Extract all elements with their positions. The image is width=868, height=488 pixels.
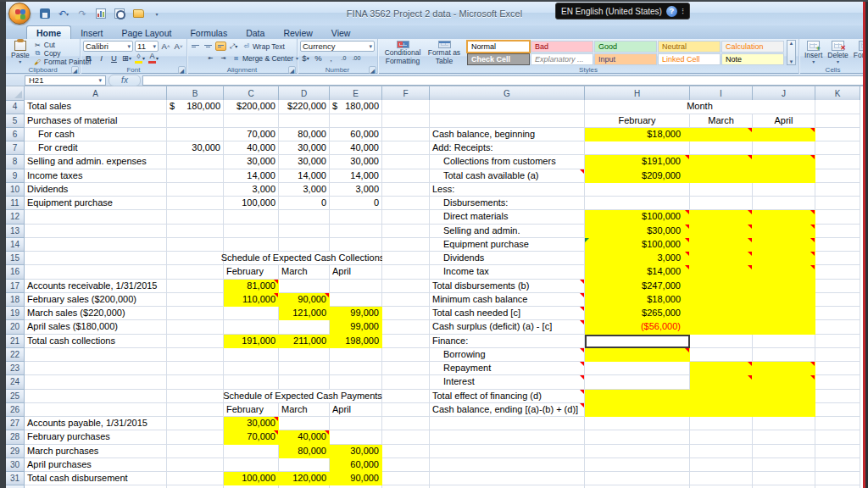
decrease-indent-button[interactable]: ⇤ [205,53,216,64]
formula-input[interactable] [142,75,864,86]
cell-F17[interactable] [382,280,430,293]
cell-A7[interactable]: For credit [25,141,167,155]
orientation-button[interactable]: ⤢▾ [228,41,239,52]
cell-C11[interactable]: 100,000 [224,197,279,210]
cell-J9[interactable] [753,169,815,183]
cell-F21[interactable] [382,335,430,348]
cell-C15[interactable]: Schedule of Expected Cash Collections [224,252,382,265]
cell-J19[interactable] [753,307,815,320]
cell-I29[interactable] [690,445,753,458]
cell-J24[interactable] [753,375,815,389]
cell-F20[interactable] [382,320,430,334]
cell-C27[interactable]: 30,000 [224,417,279,430]
paste-button[interactable]: Paste▾ [8,40,32,66]
cell-A19[interactable]: March sales ($220,000) [25,307,167,320]
font-dialog-launcher[interactable]: ◢ [178,66,186,74]
cell-J20[interactable] [753,320,815,334]
row-header-12[interactable]: 12 [6,210,25,224]
cell-C12[interactable] [224,210,279,224]
cell-K5[interactable] [815,114,860,128]
cell-J12[interactable] [753,210,815,224]
cell-F26[interactable] [382,403,430,417]
cell-B15[interactable] [167,252,224,265]
cell-A25[interactable] [25,390,167,403]
italic-button[interactable]: I [96,53,107,64]
cell-B22[interactable] [167,348,224,362]
cell-G29[interactable] [430,445,585,458]
name-box-dropdown-icon[interactable]: ▾ [98,77,102,84]
cell-K25[interactable] [815,390,860,403]
row-header-31[interactable]: 31 [6,472,25,485]
increase-decimal-button[interactable]: .0 [338,53,349,64]
cell-G6[interactable]: Cash balance, beginning [430,128,585,141]
cell-E22[interactable] [330,348,382,362]
cell-J27[interactable] [753,417,815,430]
cell-I18[interactable] [690,293,753,307]
cell-A10[interactable]: Dividends [25,183,167,197]
cell-A9[interactable]: Income taxes [25,169,167,183]
row-header-18[interactable]: 18 [6,293,25,307]
cell-B10[interactable] [167,183,224,197]
cell-D17[interactable] [279,280,330,293]
style-good[interactable]: Good [594,41,657,53]
underline-button[interactable]: U [108,53,120,64]
cell-G7[interactable]: Add: Receipts: [430,141,585,155]
borders-button[interactable]: ⊞▾ [121,53,132,64]
cell-A26[interactable] [25,403,167,417]
cell-E4[interactable]: $180,000 [330,100,382,114]
cell-F14[interactable] [382,238,430,252]
cell-A13[interactable] [25,225,167,238]
cell-E29[interactable]: 30,000 [330,445,382,458]
style-bad[interactable]: Bad [531,41,593,53]
cell-K24[interactable] [815,375,860,389]
cell-G11[interactable]: Disbursements: [430,197,585,210]
cell-C22[interactable] [224,348,279,362]
cell-D29[interactable]: 80,000 [279,445,330,458]
row-header-24[interactable]: 24 [6,375,25,389]
cell-F25[interactable] [382,390,430,403]
cell-C24[interactable] [224,375,279,389]
cell-G8[interactable]: Collections from customers [430,155,585,169]
cell-F28[interactable] [382,430,430,444]
customize-qat-button[interactable]: ▾ [149,6,164,21]
cell-J30[interactable] [753,458,815,472]
cell-G12[interactable]: Direct materials [430,210,585,224]
cell-H8[interactable]: $191,000 [585,155,690,169]
cell-H4[interactable]: Month [585,100,815,114]
cell-I30[interactable] [690,458,753,472]
cell-B26[interactable] [167,403,224,417]
cell-D28[interactable]: 40,000 [279,430,330,444]
cell-E20[interactable]: 99,000 [330,320,382,334]
cell-F29[interactable] [382,445,430,458]
cell-F12[interactable] [382,210,430,224]
cell-C6[interactable]: 70,000 [224,128,279,141]
cell-E17[interactable] [330,280,382,293]
row-header-30[interactable]: 30 [6,458,25,472]
cell-D5[interactable] [279,114,330,128]
cell-H12[interactable]: $100,000 [585,210,690,224]
cell-A31[interactable]: Total cash disbursement [25,472,167,485]
cell-K7[interactable] [815,141,860,155]
cell-C17[interactable]: 81,000 [224,280,279,293]
cell-A22[interactable] [25,348,167,362]
col-header-G[interactable]: G [430,86,585,101]
cell-A8[interactable]: Selling and admin. expenses [25,155,167,169]
cell-K26[interactable] [815,403,860,417]
cell-F9[interactable] [382,169,430,183]
cell-H25[interactable] [585,390,690,403]
col-header-D[interactable]: D [279,86,330,101]
print-preview-button[interactable] [112,6,127,21]
row-header-8[interactable]: 8 [6,155,25,169]
cell-A18[interactable]: February sales ($200,000) [25,293,167,307]
cell-B30[interactable] [167,458,224,472]
cell-F23[interactable] [382,362,430,375]
cell-E16[interactable]: April [330,265,382,279]
cell-B27[interactable] [167,417,224,430]
accounting-format-button[interactable]: $▾ [300,53,311,64]
cell-H17[interactable]: $247,000 [585,280,690,293]
cell-B7[interactable]: 30,000 [167,141,224,155]
cell-K12[interactable] [815,210,860,224]
cell-H19[interactable]: $265,000 [585,307,690,320]
cell-B28[interactable] [167,430,224,444]
cell-C9[interactable]: 14,000 [224,169,279,183]
